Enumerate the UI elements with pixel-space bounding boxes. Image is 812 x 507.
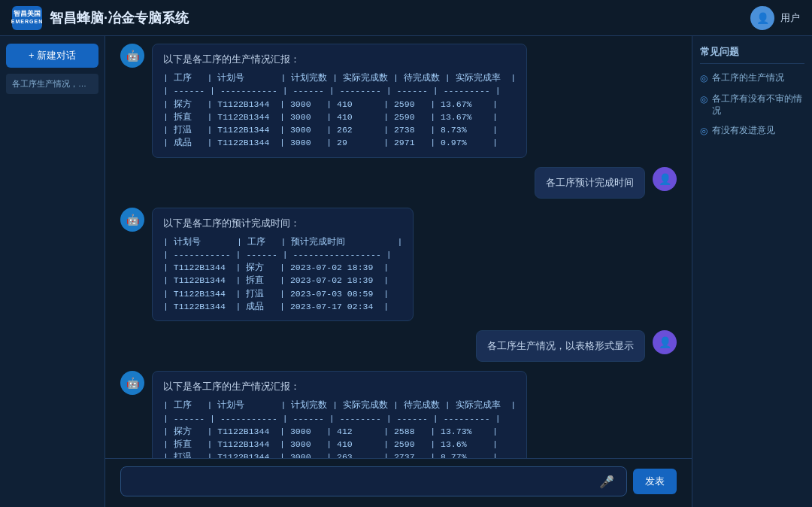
faq-item-2[interactable]: ◎ 各工序有没有不审的情况 bbox=[700, 93, 804, 117]
chat-messages: 🤖 以下是各工序的生产情况汇报： | 工序 | 计划号 | 计划完数 | 实际完… bbox=[105, 36, 692, 458]
message-text-ai3: 以下是各工序的生产情况汇报： bbox=[163, 379, 516, 394]
user-message-text-2: 各工序生产情况，以表格形式显示 bbox=[487, 341, 634, 351]
new-chat-button[interactable]: + 新建对话 bbox=[6, 44, 98, 68]
message-bubble-ai3: 以下是各工序的生产情况汇报： | 工序 | 计划号 | 计划完数 | 实际完成数… bbox=[152, 371, 527, 458]
voice-button[interactable]: 🎤 bbox=[596, 472, 617, 492]
message-bubble: 以下是各工序的生产情况汇报： | 工序 | 计划号 | 计划完数 | 实际完成数… bbox=[152, 44, 527, 158]
chat-input-wrapper: 🎤 bbox=[120, 466, 627, 496]
logo: 智昌美国EMERGEN bbox=[12, 6, 42, 30]
chat-input[interactable] bbox=[130, 476, 596, 487]
faq-item-1[interactable]: ◎ 各工序的生产情况 bbox=[700, 71, 804, 85]
faq-icon-2: ◎ bbox=[700, 93, 707, 106]
user-message-text: 各工序预计完成时间 bbox=[546, 178, 634, 188]
message-row: 🤖 以下是各工序的生产情况汇报： | 工序 | 计划号 | 计划完数 | 实际完… bbox=[120, 44, 677, 158]
message-row-ai3: 🤖 以下是各工序的生产情况汇报： | 工序 | 计划号 | 计划完数 | 实际完… bbox=[120, 371, 677, 458]
chat-input-area: 🎤 发表 bbox=[105, 458, 692, 507]
table-content-3: | 工序 | 计划号 | 计划完数 | 实际完成数 | 待完成数 | 实际完成率… bbox=[163, 399, 516, 458]
faq-icon-3: ◎ bbox=[700, 125, 707, 138]
ai-avatar-3: 🤖 bbox=[120, 371, 144, 395]
message-bubble-ai2: 以下是各工序的预计完成时间： | 计划号 | 工序 | 预计完成时间 | | -… bbox=[152, 208, 414, 322]
user-avatar-chat: 👤 bbox=[653, 167, 677, 191]
avatar: 👤 bbox=[750, 6, 774, 30]
header-left: 智昌美国EMERGEN 智昌蜂脑·冶金专脑系统 bbox=[12, 6, 189, 30]
faq-title: 常见问题 bbox=[700, 45, 804, 64]
right-sidebar: 常见问题 ◎ 各工序的生产情况 ◎ 各工序有没有不审的情况 ◎ 有没有发进意见 bbox=[692, 36, 812, 507]
faq-icon-1: ◎ bbox=[700, 72, 707, 85]
user-label: 用户 bbox=[780, 11, 800, 25]
ai-avatar: 🤖 bbox=[120, 44, 144, 68]
header: 智昌美国EMERGEN 智昌蜂脑·冶金专脑系统 👤 用户 bbox=[0, 0, 812, 36]
user-avatar-chat-2: 👤 bbox=[653, 330, 677, 354]
sidebar-history-item[interactable]: 各工序生产情况，以表格形... bbox=[6, 74, 98, 94]
left-sidebar: + 新建对话 各工序生产情况，以表格形... bbox=[0, 36, 105, 507]
send-button[interactable]: 发表 bbox=[633, 469, 677, 494]
header-right: 👤 用户 bbox=[750, 6, 800, 30]
message-row-user2: 👤 各工序生产情况，以表格形式显示 bbox=[120, 330, 677, 362]
user-message-bubble: 各工序预计完成时间 bbox=[535, 167, 645, 199]
chat-area: 🤖 以下是各工序的生产情况汇报： | 工序 | 计划号 | 计划完数 | 实际完… bbox=[105, 36, 692, 507]
faq-text-1: 各工序的生产情况 bbox=[712, 71, 784, 83]
message-row-ai2: 🤖 以下是各工序的预计完成时间： | 计划号 | 工序 | 预计完成时间 | |… bbox=[120, 208, 677, 322]
app-title: 智昌蜂脑·冶金专脑系统 bbox=[50, 9, 189, 27]
table-content-2: | 计划号 | 工序 | 预计完成时间 | | ----------- | --… bbox=[163, 235, 402, 314]
message-text-ai2: 以下是各工序的预计完成时间： bbox=[163, 216, 402, 231]
message-text: 以下是各工序的生产情况汇报： bbox=[163, 52, 516, 67]
faq-text-3: 有没有发进意见 bbox=[712, 124, 775, 136]
message-row-user: 👤 各工序预计完成时间 bbox=[120, 167, 677, 199]
faq-text-2: 各工序有没有不审的情况 bbox=[712, 93, 804, 117]
ai-avatar-2: 🤖 bbox=[120, 208, 144, 232]
faq-item-3[interactable]: ◎ 有没有发进意见 bbox=[700, 124, 804, 138]
main-container: + 新建对话 各工序生产情况，以表格形... 🤖 以下是各工序的生产情况汇报： … bbox=[0, 36, 812, 507]
user-message-bubble-2: 各工序生产情况，以表格形式显示 bbox=[476, 330, 645, 362]
table-content: | 工序 | 计划号 | 计划完数 | 实际完成数 | 待完成数 | 实际完成率… bbox=[163, 71, 516, 150]
